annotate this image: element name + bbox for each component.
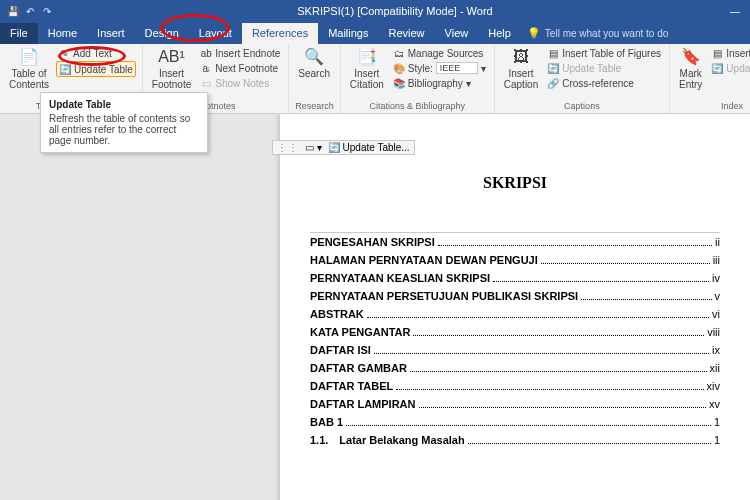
manage-icon: 🗂 [393, 47, 405, 59]
toc-page-number: xii [710, 362, 720, 374]
document-workspace: SKRIPSI PENGESAHAN SKRIPSIiiHALAMAN PERN… [0, 114, 750, 500]
tab-insert[interactable]: Insert [87, 23, 135, 44]
group-title: Citations & Bibliography [347, 101, 488, 113]
tab-view[interactable]: View [435, 23, 479, 44]
page: SKRIPSI PENGESAHAN SKRIPSIiiHALAMAN PERN… [280, 114, 750, 500]
next-footnote-button[interactable]: aᵢNext Footnote [198, 61, 282, 75]
toc-page-number: ii [715, 236, 720, 248]
window-title: SKRIPSI(1) [Compatibility Mode] - Word [60, 5, 730, 17]
toc-page-number: iv [712, 272, 720, 284]
tab-review[interactable]: Review [379, 23, 435, 44]
group-index: 🔖 Mark Entry ▤Insert Index 🔄Update Index… [670, 44, 750, 113]
toc-row[interactable]: DAFTAR LAMPIRANxv [310, 395, 720, 413]
tab-mailings[interactable]: Mailings [318, 23, 378, 44]
toc-leader-dots [493, 281, 709, 282]
tab-help[interactable]: Help [478, 23, 521, 44]
tab-design[interactable]: Design [135, 23, 189, 44]
add-text-button[interactable]: ✎Add Text [56, 46, 136, 60]
toc-row[interactable]: PERNYATAAN PERSETUJUAN PUBLIKASI SKRIPSI… [310, 287, 720, 305]
toc-row[interactable]: BAB 11 [310, 413, 720, 431]
insert-tof-button[interactable]: ▤Insert Table of Figures [545, 46, 663, 60]
tab-references[interactable]: References [242, 23, 318, 44]
group-citations: 📑 Insert Citation 🗂Manage Sources 🎨Style… [341, 44, 495, 113]
search-icon: 🔍 [305, 48, 323, 66]
add-text-icon: ✎ [58, 47, 70, 59]
drag-handle-icon[interactable]: ⋮⋮ [277, 142, 299, 153]
toc-page-number: v [715, 290, 721, 302]
insert-footnote-button[interactable]: AB¹ Insert Footnote [149, 46, 194, 92]
bibliography-button[interactable]: 📚Bibliography ▾ [391, 76, 488, 90]
toc-row[interactable]: DAFTAR TABELxiv [310, 377, 720, 395]
update-tof-icon: 🔄 [547, 62, 559, 74]
toc-entry-title: DAFTAR LAMPIRAN [310, 398, 416, 410]
group-title: Research [295, 101, 334, 113]
manage-sources-button[interactable]: 🗂Manage Sources [391, 46, 488, 60]
mark-entry-button[interactable]: 🔖 Mark Entry [676, 46, 705, 92]
document-heading: SKRIPSI [310, 174, 720, 192]
toc-leader-dots [419, 407, 706, 408]
toc-page-number: viii [707, 326, 720, 338]
insert-index-icon: ▤ [711, 47, 723, 59]
table-of-contents-field[interactable]: PENGESAHAN SKRIPSIiiHALAMAN PERNYATAAN D… [310, 232, 720, 449]
window-controls: — [730, 6, 750, 17]
toc-page-number: 1 [714, 416, 720, 428]
toc-row[interactable]: PERNYATAAN KEASLIAN SKRIPSIiv [310, 269, 720, 287]
toc-dropdown-icon[interactable]: ▭ ▾ [305, 142, 322, 153]
toc-row[interactable]: DAFTAR GAMBARxii [310, 359, 720, 377]
insert-endnote-button[interactable]: abInsert Endnote [198, 46, 282, 60]
tab-file[interactable]: File [0, 23, 38, 44]
update-table-button[interactable]: 🔄Update Table [56, 61, 136, 77]
toc-update-button[interactable]: 🔄 Update Table... [328, 142, 410, 153]
toc-row[interactable]: HALAMAN PERNYATAAN DEWAN PENGUJIiii [310, 251, 720, 269]
insert-index-button[interactable]: ▤Insert Index [709, 46, 750, 60]
insert-caption-button[interactable]: 🖼 Insert Caption [501, 46, 541, 92]
toc-row[interactable]: DAFTAR ISIix [310, 341, 720, 359]
update-index-button[interactable]: 🔄Update Index [709, 61, 750, 75]
update-icon: 🔄 [59, 63, 71, 75]
cross-reference-button[interactable]: 🔗Cross-reference [545, 76, 663, 90]
group-captions: 🖼 Insert Caption ▤Insert Table of Figure… [495, 44, 670, 113]
tab-layout[interactable]: Layout [189, 23, 242, 44]
toc-entry-title: PENGESAHAN SKRIPSI [310, 236, 435, 248]
toc-page-number: 1 [714, 434, 720, 446]
toc-entry-title: DAFTAR ISI [310, 344, 371, 356]
search-button[interactable]: 🔍 Search [295, 46, 333, 81]
footnote-icon: AB¹ [163, 48, 181, 66]
style-select[interactable]: 🎨Style: IEEE▾ [391, 61, 488, 75]
search-label: Search [298, 68, 330, 79]
toc-leader-dots [581, 299, 711, 300]
toc-page-number: xv [709, 398, 720, 410]
toc-entry-title: 1.1. Latar Belakang Masalah [310, 434, 465, 446]
tab-home[interactable]: Home [38, 23, 87, 44]
toc-row[interactable]: KATA PENGANTARviii [310, 323, 720, 341]
toc-row[interactable]: ABSTRAKvi [310, 305, 720, 323]
toc-page-number: ix [712, 344, 720, 356]
citation-icon: 📑 [358, 48, 376, 66]
show-notes-button[interactable]: ▭Show Notes [198, 76, 282, 90]
bulb-icon: 💡 [527, 27, 541, 40]
insert-citation-button[interactable]: 📑 Insert Citation [347, 46, 387, 92]
toc-leader-dots [438, 245, 712, 246]
minimize-button[interactable]: — [730, 6, 740, 17]
caption-icon: 🖼 [512, 48, 530, 66]
toc-icon: 📄 [20, 48, 38, 66]
update-tof-button[interactable]: 🔄Update Table [545, 61, 663, 75]
tell-me[interactable]: 💡 Tell me what you want to do [527, 27, 668, 44]
title-bar: 💾 ↶ ↷ SKRIPSI(1) [Compatibility Mode] - … [0, 0, 750, 22]
toc-control-tab[interactable]: ⋮⋮ ▭ ▾ 🔄 Update Table... [272, 140, 415, 155]
redo-icon[interactable]: ↷ [40, 4, 54, 18]
save-icon[interactable]: 💾 [6, 4, 20, 18]
undo-icon[interactable]: ↶ [23, 4, 37, 18]
toc-leader-dots [346, 425, 711, 426]
update-index-icon: 🔄 [711, 62, 723, 74]
mark-entry-label: Mark Entry [679, 68, 702, 90]
chevron-down-icon: ▾ [481, 63, 486, 74]
toc-entry-title: KATA PENGANTAR [310, 326, 410, 338]
insert-caption-label: Insert Caption [504, 68, 538, 90]
toc-entry-title: DAFTAR GAMBAR [310, 362, 407, 374]
toc-row[interactable]: 1.1. Latar Belakang Masalah1 [310, 431, 720, 449]
toc-leader-dots [374, 353, 709, 354]
toc-row[interactable]: PENGESAHAN SKRIPSIii [310, 233, 720, 251]
style-value[interactable]: IEEE [436, 62, 478, 74]
table-of-contents-button[interactable]: 📄 Table of Contents [6, 46, 52, 92]
